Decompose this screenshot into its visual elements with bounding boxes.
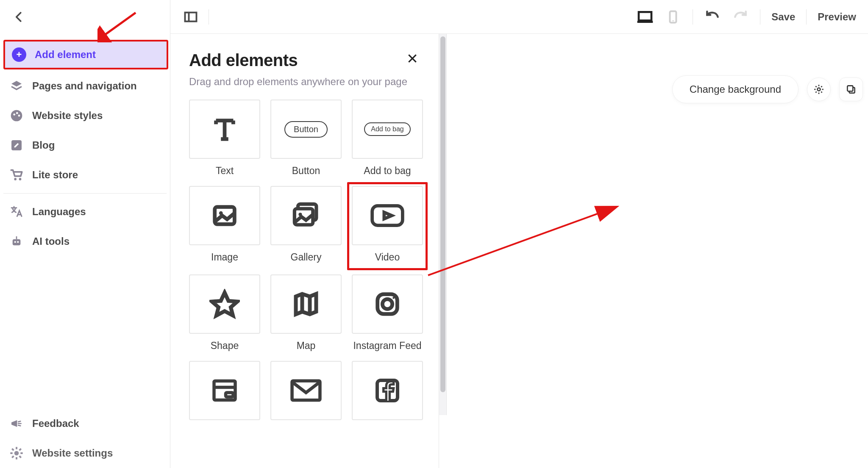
svg-point-49 bbox=[818, 88, 821, 91]
star-icon bbox=[209, 289, 240, 319]
separator bbox=[760, 9, 760, 25]
tile-instagram-feed[interactable]: Instagram Feed bbox=[352, 274, 423, 352]
tile-label: Button bbox=[292, 165, 320, 177]
sidebar-item-label: Feedback bbox=[32, 418, 79, 429]
image-icon bbox=[210, 201, 239, 230]
text-icon bbox=[210, 114, 239, 144]
gear-icon bbox=[813, 84, 824, 95]
tile-image[interactable]: Image bbox=[189, 186, 260, 266]
tile-email[interactable] bbox=[270, 361, 342, 420]
svg-point-1 bbox=[13, 114, 15, 116]
svg-rect-41 bbox=[378, 294, 398, 314]
tile-text[interactable]: Text bbox=[189, 100, 260, 177]
sidebar-item-styles[interactable]: Website styles bbox=[0, 101, 170, 130]
svg-point-6 bbox=[19, 178, 22, 180]
map-icon bbox=[291, 289, 321, 319]
tile-add-to-bag[interactable]: Add to bag Add to bag bbox=[352, 100, 423, 177]
svg-rect-22 bbox=[639, 12, 651, 20]
sidebar-item-feedback[interactable]: Feedback bbox=[0, 409, 170, 438]
redo-icon[interactable] bbox=[732, 8, 749, 25]
svg-point-25 bbox=[673, 20, 674, 21]
panel-scrollbar[interactable] bbox=[439, 34, 447, 415]
tile-label: Video bbox=[352, 251, 423, 264]
sidebar: + Add element Pages and navigation Websi… bbox=[0, 0, 170, 468]
topbar-right: Save Preview bbox=[637, 8, 856, 25]
sidebar-bottom: Feedback Website settings bbox=[0, 409, 170, 468]
tile-shape[interactable]: Shape bbox=[189, 274, 260, 352]
gallery-icon bbox=[290, 199, 322, 232]
svg-line-19 bbox=[19, 449, 21, 450]
tile-label: Instagram Feed bbox=[353, 340, 421, 352]
tile-form[interactable] bbox=[189, 361, 260, 420]
button-pill-icon: Button bbox=[284, 121, 328, 138]
change-background-button[interactable]: Change background bbox=[672, 75, 798, 103]
sidebar-item-label: Languages bbox=[32, 206, 86, 218]
sidebar-item-ai-tools[interactable]: AI tools bbox=[0, 227, 170, 256]
sidebar-item-website-settings[interactable]: Website settings bbox=[0, 438, 170, 468]
sidebar-item-pages[interactable]: Pages and navigation bbox=[0, 71, 170, 101]
back-button[interactable] bbox=[0, 0, 170, 34]
close-button[interactable] bbox=[405, 51, 420, 66]
robot-icon bbox=[9, 234, 24, 249]
sidebar-nav: + Add element Pages and navigation Websi… bbox=[0, 34, 170, 468]
edit-icon bbox=[9, 138, 24, 152]
desktop-icon[interactable] bbox=[637, 8, 654, 25]
panel-subtitle: Drag and drop elements anywhere on your … bbox=[189, 76, 420, 88]
plus-circle-icon: + bbox=[12, 47, 26, 62]
settings-button[interactable] bbox=[807, 78, 831, 101]
scrollbar-thumb[interactable] bbox=[440, 36, 445, 392]
sidebar-item-languages[interactable]: Languages bbox=[0, 197, 170, 227]
elements-grid: Text Button Button Add to bag Add to bag… bbox=[189, 100, 420, 420]
divider bbox=[3, 193, 167, 194]
tile-facebook[interactable] bbox=[352, 361, 423, 420]
tile-gallery[interactable]: Gallery bbox=[270, 186, 342, 266]
sidebar-item-label: Add element bbox=[35, 49, 96, 61]
sidebar-item-label: Blog bbox=[32, 139, 55, 151]
sidebar-item-label: Website settings bbox=[32, 447, 113, 459]
svg-rect-7 bbox=[13, 239, 21, 246]
svg-point-9 bbox=[17, 241, 19, 243]
tile-video[interactable]: Video bbox=[352, 186, 423, 266]
video-icon bbox=[370, 203, 405, 228]
preview-button[interactable]: Preview bbox=[818, 11, 856, 23]
sidebar-item-label: Website styles bbox=[32, 110, 103, 122]
copy-icon bbox=[846, 84, 857, 95]
sidebar-item-add-element[interactable]: + Add element bbox=[3, 40, 168, 69]
tile-label: Gallery bbox=[291, 251, 322, 264]
svg-point-42 bbox=[382, 299, 392, 309]
svg-point-43 bbox=[392, 297, 395, 299]
svg-point-3 bbox=[18, 115, 20, 117]
svg-rect-46 bbox=[226, 393, 234, 397]
svg-line-16 bbox=[12, 449, 14, 450]
copy-button[interactable] bbox=[839, 78, 863, 101]
tile-label: Add to bag bbox=[364, 165, 411, 177]
svg-line-54 bbox=[815, 86, 816, 87]
svg-line-55 bbox=[821, 91, 822, 92]
tile-button[interactable]: Button Button bbox=[270, 100, 342, 177]
svg-point-8 bbox=[14, 241, 16, 243]
cart-icon bbox=[9, 168, 24, 182]
sidebar-item-blog[interactable]: Blog bbox=[0, 130, 170, 160]
palette-icon bbox=[9, 108, 24, 123]
tile-label: Map bbox=[297, 340, 316, 352]
translate-icon bbox=[9, 205, 24, 219]
close-icon bbox=[407, 53, 418, 64]
undo-icon[interactable] bbox=[704, 8, 721, 25]
svg-point-0 bbox=[11, 110, 22, 122]
gear-icon bbox=[9, 446, 24, 460]
form-icon bbox=[210, 377, 239, 404]
add-to-bag-pill-icon: Add to bag bbox=[364, 122, 410, 136]
instagram-icon bbox=[373, 289, 402, 319]
canvas-controls: Change background bbox=[672, 75, 863, 103]
sidebar-item-label: AI tools bbox=[32, 235, 70, 247]
save-button[interactable]: Save bbox=[771, 11, 795, 23]
svg-line-17 bbox=[19, 456, 21, 458]
sidebar-item-store[interactable]: Lite store bbox=[0, 160, 170, 190]
svg-point-2 bbox=[16, 112, 18, 114]
separator bbox=[693, 9, 693, 25]
layout-icon[interactable] bbox=[182, 8, 199, 25]
svg-point-11 bbox=[14, 451, 19, 456]
sidebar-item-label: Lite store bbox=[32, 169, 78, 181]
mobile-icon[interactable] bbox=[665, 8, 682, 25]
tile-map[interactable]: Map bbox=[270, 274, 342, 352]
